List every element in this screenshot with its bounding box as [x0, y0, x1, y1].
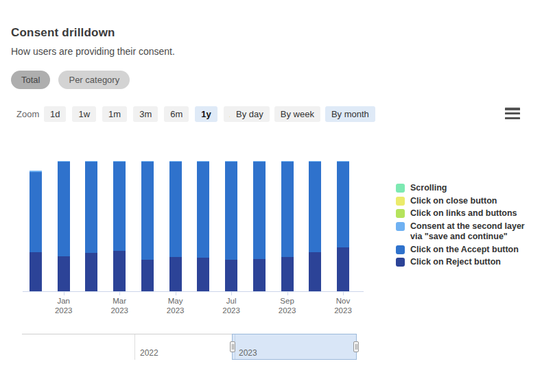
bar-segment-click-on-reject-button-aug-2023[interactable] — [253, 259, 266, 291]
navigator-year-label: 2022 — [140, 348, 158, 358]
bar-segment-click-on-the-accept-button-mar-2023[interactable] — [113, 162, 126, 250]
legend-swatch-icon — [396, 184, 405, 193]
legend-item-scrolling[interactable]: Scrolling — [396, 183, 530, 194]
bar-segment-consent-at-the-second-layer-via-save-and-continue-apr-2023[interactable] — [141, 161, 154, 162]
x-axis-label-line: May — [155, 296, 196, 306]
bar-segment-click-on-reject-button-feb-2023[interactable] — [85, 253, 97, 291]
legend-item-consent-at-the-second-layer-via-save-and-continue[interactable]: Consent at the second layer via "save an… — [396, 221, 530, 243]
bar-segment-consent-at-the-second-layer-via-save-and-continue-nov-2023[interactable] — [337, 161, 349, 162]
bar-segment-click-on-the-accept-button-sep-2023[interactable] — [281, 162, 294, 257]
legend-label: Click on Reject button — [410, 257, 501, 268]
x-axis-label-line: 2023 — [155, 306, 196, 315]
x-axis-line — [23, 291, 364, 292]
legend-label: Click on the Accept button — [410, 245, 519, 256]
legend-item-click-on-the-accept-button[interactable]: Click on the Accept button — [396, 245, 530, 256]
bar-segment-click-on-the-accept-button-jul-2023[interactable] — [225, 162, 237, 260]
legend-label: Consent at the second layer via "save an… — [410, 221, 530, 243]
x-axis-label-line: 2023 — [99, 306, 140, 315]
bar-segment-consent-at-the-second-layer-via-save-and-continue-mar-2023[interactable] — [113, 161, 126, 162]
bar-segment-click-on-the-accept-button-feb-2023[interactable] — [85, 162, 97, 253]
bar-segment-consent-at-the-second-layer-via-save-and-continue-feb-2023[interactable] — [85, 161, 97, 162]
navigator-selected-range[interactable]: 2023 — [232, 334, 357, 360]
x-axis-label-line: 2023 — [322, 306, 364, 315]
bar-segment-consent-at-the-second-layer-via-save-and-continue-sep-2023[interactable] — [281, 161, 294, 162]
bar-segment-consent-at-the-second-layer-via-save-and-continue-jan-2023[interactable] — [58, 161, 70, 162]
bar-segment-click-on-reject-button-nov-2023[interactable] — [337, 247, 349, 291]
bar-segment-click-on-reject-button-apr-2023[interactable] — [141, 260, 154, 291]
bar-segment-click-on-the-accept-button-dec-2022[interactable] — [30, 172, 42, 252]
x-axis-tick-sep — [287, 292, 288, 295]
bar-segment-click-on-reject-button-oct-2023[interactable] — [309, 252, 321, 291]
x-axis-label-line: Mar — [99, 296, 140, 306]
navigator-year-label: 2023 — [239, 348, 257, 358]
bar-segment-consent-at-the-second-layer-via-save-and-continue-may-2023[interactable] — [169, 161, 182, 162]
x-axis-label-may: May2023 — [155, 296, 196, 315]
navigator-gridline-2022 — [134, 334, 135, 360]
bar-segment-click-on-reject-button-mar-2023[interactable] — [113, 251, 126, 291]
x-axis-tick-nov — [343, 292, 344, 295]
bar-segment-click-on-the-accept-button-apr-2023[interactable] — [141, 162, 154, 260]
bar-segment-click-on-the-accept-button-jan-2023[interactable] — [58, 162, 70, 256]
x-axis-tick-jul — [231, 292, 232, 295]
x-axis-label-line: Nov — [322, 296, 364, 306]
bar-segment-consent-at-the-second-layer-via-save-and-continue-jun-2023[interactable] — [197, 161, 209, 162]
x-axis-label-line: 2023 — [211, 306, 252, 315]
legend-label: Click on links and buttons — [410, 208, 517, 219]
bar-segment-consent-at-the-second-layer-via-save-and-continue-jul-2023[interactable] — [225, 161, 237, 162]
x-axis-tick-may — [176, 292, 176, 295]
legend-swatch-icon — [396, 209, 405, 218]
legend-label: Scrolling — [410, 183, 447, 194]
legend-item-click-on-close-button[interactable]: Click on close button — [396, 196, 530, 207]
bar-segment-click-on-reject-button-dec-2022[interactable] — [30, 252, 42, 291]
legend-swatch-icon — [396, 245, 405, 254]
x-axis-label-jul: Jul2023 — [211, 296, 252, 315]
bar-segment-click-on-the-accept-button-oct-2023[interactable] — [309, 162, 321, 252]
x-axis-label-jan: Jan2023 — [43, 296, 84, 315]
bar-segment-click-on-reject-button-jan-2023[interactable] — [58, 256, 70, 291]
navigator-left-handle-icon[interactable] — [230, 341, 235, 352]
x-axis-label-line: Jan — [43, 296, 84, 306]
consent-drilldown-page: Consent drilldown How users are providin… — [0, 0, 542, 392]
bar-segment-click-on-the-accept-button-aug-2023[interactable] — [253, 162, 266, 259]
bar-segment-click-on-the-accept-button-may-2023[interactable] — [169, 162, 182, 257]
bar-segment-consent-at-the-second-layer-via-save-and-continue-aug-2023[interactable] — [253, 161, 266, 162]
x-axis-label-line: Sep — [267, 296, 308, 306]
x-axis-label-line: 2023 — [43, 306, 84, 315]
navigator-right-handle-icon[interactable] — [353, 341, 359, 352]
x-axis-label-nov: Nov2023 — [322, 296, 364, 315]
bar-segment-click-on-the-accept-button-jun-2023[interactable] — [197, 162, 209, 258]
bar-segment-click-on-reject-button-jun-2023[interactable] — [197, 258, 209, 291]
legend-swatch-icon — [396, 258, 405, 267]
x-axis-label-mar: Mar2023 — [99, 296, 140, 315]
legend-swatch-icon — [396, 197, 405, 206]
x-axis-label-line: 2023 — [267, 306, 308, 315]
bar-segment-click-on-the-accept-button-nov-2023[interactable] — [337, 162, 349, 247]
legend-swatch-icon — [396, 222, 405, 231]
legend-item-click-on-links-and-buttons[interactable]: Click on links and buttons — [396, 208, 530, 219]
bar-segment-click-on-reject-button-may-2023[interactable] — [169, 257, 182, 291]
range-navigator[interactable]: 2022 2023 — [22, 334, 357, 359]
bar-segment-click-on-reject-button-sep-2023[interactable] — [281, 257, 294, 291]
bar-segment-click-on-reject-button-jul-2023[interactable] — [225, 260, 237, 291]
legend-item-click-on-reject-button[interactable]: Click on Reject button — [396, 257, 530, 268]
x-axis-tick-mar — [119, 292, 120, 295]
bar-segment-consent-at-the-second-layer-via-save-and-continue-dec-2022[interactable] — [30, 171, 42, 173]
x-axis-tick-jan — [64, 292, 64, 295]
x-axis-label-line: Jul — [211, 296, 252, 306]
legend-label: Click on close button — [410, 196, 497, 207]
bar-segment-consent-at-the-second-layer-via-save-and-continue-oct-2023[interactable] — [309, 161, 321, 162]
x-axis-label-sep: Sep2023 — [267, 296, 308, 315]
chart-legend: ScrollingClick on close buttonClick on l… — [396, 183, 530, 270]
